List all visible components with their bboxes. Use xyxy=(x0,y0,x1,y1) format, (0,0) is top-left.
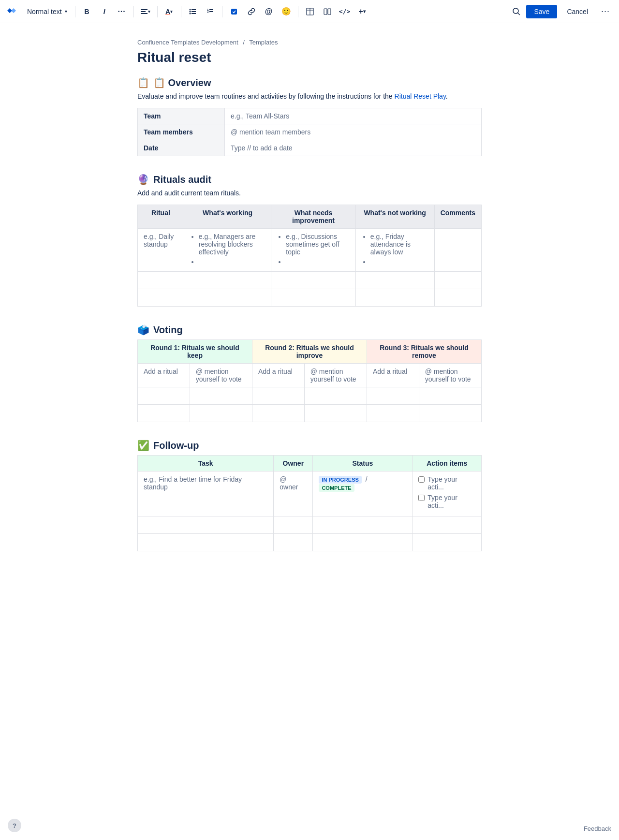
voting-table: Round 1: Rituals we should keep Round 2:… xyxy=(137,339,482,422)
alignment-button[interactable]: ▾ xyxy=(138,4,153,19)
text-style-dropdown[interactable]: Normal text ▾ xyxy=(23,6,71,17)
audit-working-1[interactable]: e.g., Managers are resolving blockers ef… xyxy=(184,229,271,272)
table-row: Date Type // to add a date xyxy=(138,140,482,156)
voting-r1-vote-3[interactable] xyxy=(190,405,252,422)
voting-r2-ritual-1[interactable]: Add a ritual xyxy=(252,364,304,387)
save-button[interactable]: Save xyxy=(526,5,557,18)
task-button[interactable] xyxy=(226,4,242,19)
followup-action-items-2[interactable] xyxy=(413,516,482,534)
table-row xyxy=(138,272,482,289)
followup-owner-1[interactable]: @ owner xyxy=(274,472,313,516)
voting-r1-vote-1[interactable]: @ mention yourself to vote xyxy=(190,364,252,387)
link-button[interactable] xyxy=(244,4,259,19)
italic-button[interactable]: I xyxy=(97,4,112,19)
followup-status-2[interactable] xyxy=(313,516,413,534)
voting-r3-vote-1[interactable]: @ mention yourself to vote xyxy=(419,364,481,387)
voting-r1-ritual-2[interactable] xyxy=(138,387,190,405)
audit-needs-improvement-2[interactable] xyxy=(271,272,355,289)
overview-date-label: Date xyxy=(138,140,225,156)
ritual-reset-play-link[interactable]: Ritual Reset Play xyxy=(395,92,446,100)
followup-status-3[interactable] xyxy=(313,534,413,551)
voting-r3-ritual-1[interactable]: Add a ritual xyxy=(367,364,419,387)
rituals-audit-icon: 🔮 xyxy=(137,174,149,185)
audit-working-3[interactable] xyxy=(184,289,271,307)
overview-team-value[interactable]: e.g., Team All-Stars xyxy=(225,108,482,124)
voting-r3-ritual-3[interactable] xyxy=(367,405,419,422)
toolbar-divider-6 xyxy=(298,6,298,17)
overview-description: Evaluate and improve team routines and a… xyxy=(137,92,482,100)
action-item-label-2[interactable]: Type your acti... xyxy=(427,494,475,509)
voting-r3-vote-3[interactable] xyxy=(419,405,481,422)
audit-ritual-2[interactable] xyxy=(138,272,184,289)
voting-r2-vote-1[interactable]: @ mention yourself to vote xyxy=(304,364,367,387)
followup-owner-2[interactable] xyxy=(274,516,313,534)
followup-action-items-3[interactable] xyxy=(413,534,482,551)
svg-rect-6 xyxy=(192,11,196,12)
audit-comments-1[interactable] xyxy=(434,229,481,272)
bullet-list-button[interactable] xyxy=(185,4,201,19)
followup-task-1[interactable]: e.g., Find a better time for Friday stan… xyxy=(138,472,274,516)
audit-not-working-2[interactable] xyxy=(355,272,434,289)
action-item-2: Type your acti... xyxy=(418,494,475,509)
columns-button[interactable] xyxy=(320,4,335,19)
breadcrumb: Confluence Templates Development / Templ… xyxy=(137,39,482,46)
audit-working-2[interactable] xyxy=(184,272,271,289)
audit-ritual-1[interactable]: e.g., Daily standup xyxy=(138,229,184,272)
audit-needs-improvement-3[interactable] xyxy=(271,289,355,307)
audit-comments-3[interactable] xyxy=(434,289,481,307)
search-button[interactable] xyxy=(509,4,524,19)
voting-r2-vote-2[interactable] xyxy=(304,387,367,405)
col-status: Status xyxy=(313,456,413,472)
more-actions-button[interactable]: ··· xyxy=(598,4,613,19)
table-button[interactable] xyxy=(302,4,318,19)
breadcrumb-link-2[interactable]: Templates xyxy=(249,39,278,46)
voting-r1-ritual-1[interactable]: Add a ritual xyxy=(138,364,190,387)
col-needs-improvement: What needs improvement xyxy=(271,205,355,229)
insert-button[interactable]: + ▾ xyxy=(354,4,370,19)
voting-round2-header: Round 2: Rituals we should improve xyxy=(252,340,367,364)
overview-members-value[interactable]: @ mention team members xyxy=(225,124,482,140)
voting-r2-vote-3[interactable] xyxy=(304,405,367,422)
toolbar-divider-1 xyxy=(75,6,75,17)
bold-button[interactable]: B xyxy=(79,4,95,19)
voting-r1-ritual-3[interactable] xyxy=(138,405,190,422)
voting-r3-vote-2[interactable] xyxy=(419,387,481,405)
code-button[interactable]: </> xyxy=(337,4,353,19)
page-title[interactable]: Ritual reset xyxy=(137,50,482,65)
text-color-button[interactable]: A ▾ xyxy=(162,4,177,19)
overview-date-value[interactable]: Type // to add a date xyxy=(225,140,482,156)
more-formatting-button[interactable]: ··· xyxy=(114,4,130,19)
svg-rect-12 xyxy=(209,11,213,12)
status-badge-complete[interactable]: COMPLETE xyxy=(319,484,354,492)
cancel-button[interactable]: Cancel xyxy=(559,5,596,18)
followup-owner-3[interactable] xyxy=(274,534,313,551)
toolbar-divider-5 xyxy=(222,6,222,17)
col-working: What's working xyxy=(184,205,271,229)
followup-task-2[interactable] xyxy=(138,516,274,534)
breadcrumb-link-1[interactable]: Confluence Templates Development xyxy=(137,39,238,46)
svg-rect-18 xyxy=(328,9,331,15)
voting-r2-ritual-3[interactable] xyxy=(252,405,304,422)
numbered-list-button[interactable]: 1.2. xyxy=(203,4,218,19)
rituals-audit-section: 🔮 Rituals audit Add and audit current te… xyxy=(137,174,482,307)
audit-not-working-1[interactable]: e.g., Friday attendance is always low xyxy=(355,229,434,272)
status-badge-in-progress[interactable]: IN PROGRESS xyxy=(319,476,361,484)
action-item-checkbox-2[interactable] xyxy=(418,495,425,501)
table-row: Add a ritual @ mention yourself to vote … xyxy=(138,364,482,387)
svg-rect-17 xyxy=(324,9,327,15)
audit-not-working-3[interactable] xyxy=(355,289,434,307)
voting-r3-ritual-2[interactable] xyxy=(367,387,419,405)
followup-status-1[interactable]: IN PROGRESS / COMPLETE xyxy=(313,472,413,516)
followup-action-items-1[interactable]: Type your acti... Type your acti... xyxy=(413,472,482,516)
audit-comments-2[interactable] xyxy=(434,272,481,289)
followup-task-3[interactable] xyxy=(138,534,274,551)
action-item-checkbox-1[interactable] xyxy=(418,476,425,483)
voting-r1-vote-2[interactable] xyxy=(190,387,252,405)
mention-button[interactable]: @ xyxy=(261,4,277,19)
action-item-label-1[interactable]: Type your acti... xyxy=(427,475,475,491)
voting-r2-ritual-2[interactable] xyxy=(252,387,304,405)
audit-needs-improvement-1[interactable]: e.g., Discussions sometimes get off topi… xyxy=(271,229,355,272)
audit-ritual-3[interactable] xyxy=(138,289,184,307)
logo-icon[interactable] xyxy=(6,5,17,18)
emoji-button[interactable]: 🙂 xyxy=(279,4,294,19)
